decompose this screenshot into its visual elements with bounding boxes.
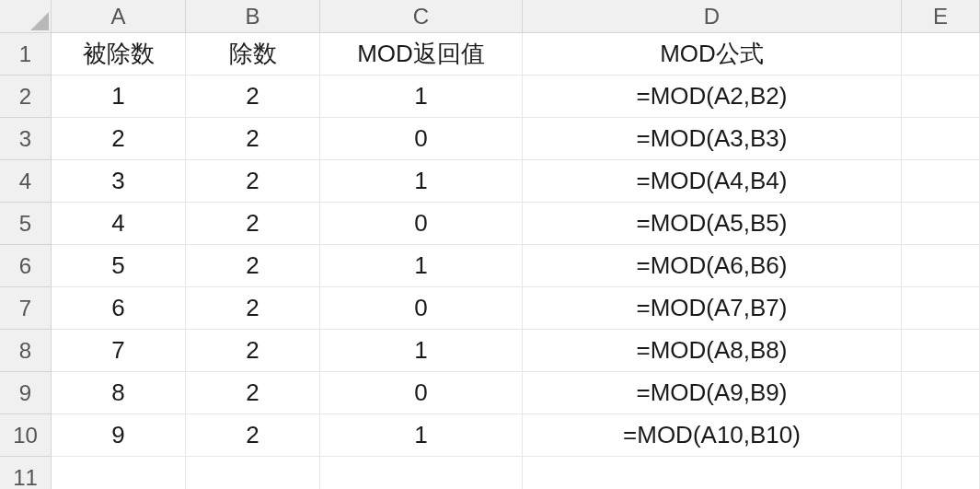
cell-C2[interactable]: 1 <box>320 76 523 118</box>
cell-B3[interactable]: 2 <box>186 118 320 160</box>
column-header-A[interactable]: A <box>52 0 186 33</box>
cell-D10[interactable]: =MOD(A10,B10) <box>523 414 902 457</box>
cell-D5[interactable]: =MOD(A5,B5) <box>523 203 902 245</box>
cell-A10[interactable]: 9 <box>52 414 186 457</box>
table-row: 921=MOD(A10,B10) <box>52 414 980 457</box>
column-header-B[interactable]: B <box>186 0 320 33</box>
column-header-D[interactable]: D <box>523 0 902 33</box>
cell-E1[interactable] <box>902 33 980 76</box>
row-headers: 1234567891011 <box>0 33 52 489</box>
row-header-1[interactable]: 1 <box>0 33 52 76</box>
cell-D6[interactable]: =MOD(A6,B6) <box>523 245 902 287</box>
cell-B1[interactable]: 除数 <box>186 33 320 76</box>
table-row: 121=MOD(A2,B2) <box>52 76 980 118</box>
cell-E6[interactable] <box>902 245 980 287</box>
cell-E3[interactable] <box>902 118 980 160</box>
column-header-E[interactable]: E <box>902 0 980 33</box>
cell-E5[interactable] <box>902 203 980 245</box>
table-row <box>52 457 980 489</box>
cell-E2[interactable] <box>902 76 980 118</box>
select-all-corner[interactable] <box>0 0 52 33</box>
cell-C5[interactable]: 0 <box>320 203 523 245</box>
cell-A9[interactable]: 8 <box>52 372 186 414</box>
column-header-C[interactable]: C <box>320 0 523 33</box>
row-header-8[interactable]: 8 <box>0 330 52 372</box>
row-header-4[interactable]: 4 <box>0 160 52 203</box>
cell-B2[interactable]: 2 <box>186 76 320 118</box>
row-header-3[interactable]: 3 <box>0 118 52 160</box>
row-header-10[interactable]: 10 <box>0 414 52 457</box>
row-header-6[interactable]: 6 <box>0 245 52 287</box>
cell-C8[interactable]: 1 <box>320 330 523 372</box>
cell-D3[interactable]: =MOD(A3,B3) <box>523 118 902 160</box>
cell-A1[interactable]: 被除数 <box>52 33 186 76</box>
cell-A8[interactable]: 7 <box>52 330 186 372</box>
cell-C11[interactable] <box>320 457 523 489</box>
cell-E10[interactable] <box>902 414 980 457</box>
cell-D2[interactable]: =MOD(A2,B2) <box>523 76 902 118</box>
cell-A4[interactable]: 3 <box>52 160 186 203</box>
cell-B9[interactable]: 2 <box>186 372 320 414</box>
column-headers: ABCDE <box>52 0 980 33</box>
table-row: 820=MOD(A9,B9) <box>52 372 980 414</box>
cell-A7[interactable]: 6 <box>52 287 186 330</box>
table-row: 420=MOD(A5,B5) <box>52 203 980 245</box>
cell-D9[interactable]: =MOD(A9,B9) <box>523 372 902 414</box>
table-row: 220=MOD(A3,B3) <box>52 118 980 160</box>
cell-D11[interactable] <box>523 457 902 489</box>
cell-E9[interactable] <box>902 372 980 414</box>
cell-C3[interactable]: 0 <box>320 118 523 160</box>
spreadsheet: ABCDE 1234567891011 被除数除数MOD返回值MOD公式121=… <box>0 0 980 489</box>
row-header-5[interactable]: 5 <box>0 203 52 245</box>
table-row: 521=MOD(A6,B6) <box>52 245 980 287</box>
cell-A2[interactable]: 1 <box>52 76 186 118</box>
cell-E8[interactable] <box>902 330 980 372</box>
cell-D7[interactable]: =MOD(A7,B7) <box>523 287 902 330</box>
cell-C4[interactable]: 1 <box>320 160 523 203</box>
cell-D1[interactable]: MOD公式 <box>523 33 902 76</box>
table-row: 721=MOD(A8,B8) <box>52 330 980 372</box>
cell-E11[interactable] <box>902 457 980 489</box>
cell-B11[interactable] <box>186 457 320 489</box>
table-row: 620=MOD(A7,B7) <box>52 287 980 330</box>
row-header-11[interactable]: 11 <box>0 457 52 489</box>
cell-D8[interactable]: =MOD(A8,B8) <box>523 330 902 372</box>
cell-C7[interactable]: 0 <box>320 287 523 330</box>
table-row: 321=MOD(A4,B4) <box>52 160 980 203</box>
cell-A11[interactable] <box>52 457 186 489</box>
cell-D4[interactable]: =MOD(A4,B4) <box>523 160 902 203</box>
cell-C6[interactable]: 1 <box>320 245 523 287</box>
cell-B5[interactable]: 2 <box>186 203 320 245</box>
cell-A6[interactable]: 5 <box>52 245 186 287</box>
data-grid: 被除数除数MOD返回值MOD公式121=MOD(A2,B2)220=MOD(A3… <box>52 33 980 489</box>
cell-A3[interactable]: 2 <box>52 118 186 160</box>
svg-marker-0 <box>30 12 49 30</box>
row-header-2[interactable]: 2 <box>0 76 52 118</box>
cell-A5[interactable]: 4 <box>52 203 186 245</box>
cell-B7[interactable]: 2 <box>186 287 320 330</box>
cell-C1[interactable]: MOD返回值 <box>320 33 523 76</box>
cell-C10[interactable]: 1 <box>320 414 523 457</box>
table-row: 被除数除数MOD返回值MOD公式 <box>52 33 980 76</box>
cell-B8[interactable]: 2 <box>186 330 320 372</box>
cell-B10[interactable]: 2 <box>186 414 320 457</box>
cell-C9[interactable]: 0 <box>320 372 523 414</box>
cell-B4[interactable]: 2 <box>186 160 320 203</box>
cell-E4[interactable] <box>902 160 980 203</box>
cell-E7[interactable] <box>902 287 980 330</box>
select-all-triangle-icon <box>30 12 49 30</box>
row-header-9[interactable]: 9 <box>0 372 52 414</box>
row-header-7[interactable]: 7 <box>0 287 52 330</box>
cell-B6[interactable]: 2 <box>186 245 320 287</box>
